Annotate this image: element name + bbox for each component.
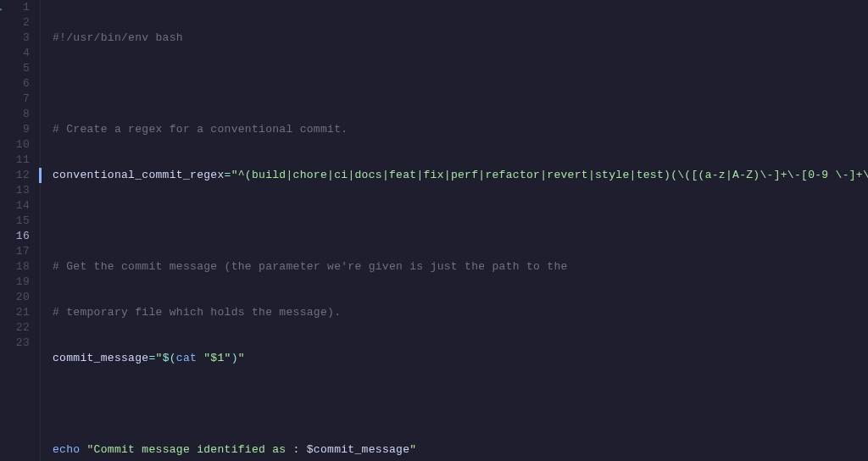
variable-name: conventional_commit_regex: [53, 169, 225, 181]
comment: # Get the commit message (the parameter …: [53, 260, 568, 273]
line-number: 11: [16, 153, 30, 166]
line-number: 21: [16, 306, 30, 319]
code-line: [53, 214, 868, 229]
line-number: 8: [23, 108, 30, 120]
line-number: 16: [16, 230, 30, 242]
code-line: # Get the commit message (the parameter …: [53, 259, 868, 275]
code-line: #!/usr/bin/env bash: [53, 31, 868, 46]
line-number-gutter: ▷1 2 3 4 5 6 7 8 9 10 11 12 13 14 15 16 …: [0, 0, 41, 461]
code-line: echo "Commit message identified as : $co…: [53, 442, 868, 458]
line-number: 18: [16, 260, 30, 273]
line-number: 13: [16, 184, 30, 197]
line-number: 15: [16, 214, 30, 227]
line-number: 4: [23, 47, 30, 59]
line-number: 1: [23, 1, 30, 14]
shebang: #!/usr/bin/env bash: [53, 31, 183, 44]
comment: # temporary file which holds the message…: [53, 306, 341, 319]
line-number: 17: [16, 245, 30, 258]
code-line: # Create a regex for a conventional comm…: [53, 122, 868, 137]
variable-name: commit_message: [53, 352, 148, 364]
change-marker: [39, 168, 42, 183]
code-line: [53, 76, 868, 92]
code-line: commit_message="$(cat "$1")": [53, 351, 868, 366]
line-number: 9: [23, 123, 30, 136]
line-number: 6: [23, 77, 30, 90]
builtin-cat: cat: [176, 352, 197, 364]
line-number: 14: [16, 199, 30, 212]
code-line: conventional_commit_regex="^(build|chore…: [53, 168, 868, 183]
line-number: 20: [16, 291, 30, 303]
line-number: 12: [16, 169, 30, 181]
line-number: 5: [23, 62, 30, 75]
comment: # Create a regex for a conventional comm…: [53, 123, 348, 136]
code-line: # temporary file which holds the message…: [53, 305, 868, 320]
code-editor[interactable]: ▷1 2 3 4 5 6 7 8 9 10 11 12 13 14 15 16 …: [0, 0, 868, 461]
line-number: 2: [23, 16, 30, 29]
code-area[interactable]: #!/usr/bin/env bash # Create a regex for…: [41, 0, 868, 461]
code-line: [53, 397, 868, 412]
line-number: 19: [16, 275, 30, 288]
regex-string: "^(build|chore|ci|docs|feat|fix|perf|ref…: [231, 169, 868, 181]
builtin-echo: echo: [53, 443, 80, 456]
line-number: 10: [16, 138, 30, 151]
line-number: 22: [16, 321, 30, 334]
line-number: 23: [16, 336, 30, 349]
line-number: 3: [23, 31, 30, 44]
line-number: 7: [23, 92, 30, 105]
